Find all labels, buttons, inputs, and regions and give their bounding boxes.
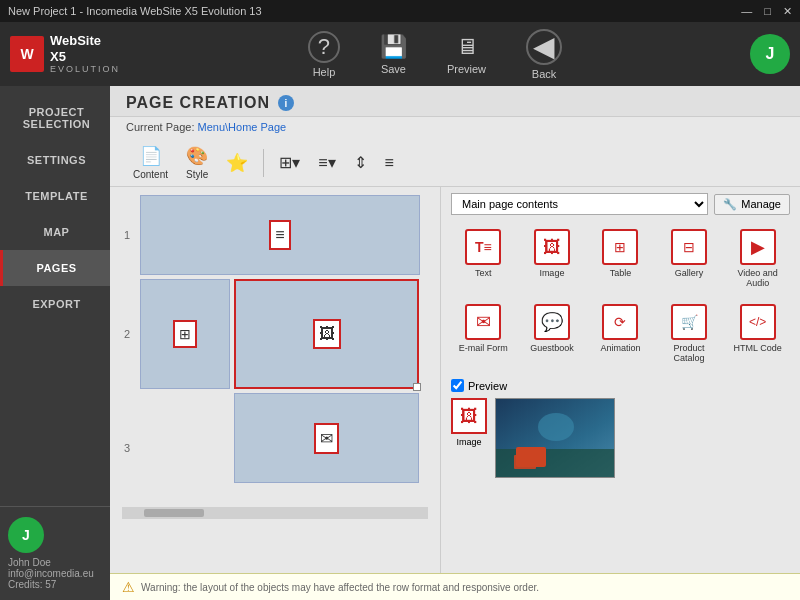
logo-text: WebSite X5 EVOLUTION (50, 33, 120, 75)
preview-button[interactable]: 🖥 Preview (437, 30, 496, 79)
content-tab[interactable]: 📄 Content (126, 141, 175, 184)
layout-btn[interactable]: ⊞▾ (272, 149, 307, 176)
style-tab[interactable]: 🎨 Style (179, 141, 215, 184)
info-icon[interactable]: i (278, 95, 294, 111)
canvas-row-3: 3 ✉ (122, 393, 428, 503)
canvas-cell-r3c1[interactable]: ✉ (234, 393, 419, 483)
preview-checkbox-area: Preview (451, 379, 790, 392)
back-button[interactable]: ◀ Back (516, 25, 572, 84)
manage-button[interactable]: 🔧 Manage (714, 194, 790, 215)
style-label: Style (186, 169, 208, 180)
help-icon: ? (308, 31, 340, 63)
resize-handle[interactable] (413, 383, 421, 391)
extra-btn[interactable]: ≡ (378, 150, 401, 176)
sidebar-item-settings[interactable]: SETTINGS (0, 142, 110, 178)
sidebar-bottom: J John Doe info@incomedia.eu Credits: 57 (0, 506, 110, 600)
sidebar-item-template[interactable]: TEMPLATE (0, 178, 110, 214)
gallery-label: Gallery (675, 268, 704, 278)
image-label: Image (539, 268, 564, 278)
cell-icon-r1c1: ≡ (269, 220, 290, 250)
sidebar-item-project-selection[interactable]: PROJECT SELECTION (0, 94, 110, 142)
avatar: J (8, 517, 44, 553)
object-guestbook[interactable]: 💬 Guestbook (520, 298, 585, 369)
object-email-form[interactable]: ✉ E-mail Form (451, 298, 516, 369)
header: W WebSite X5 EVOLUTION ? Help 💾 Save 🖥 P… (0, 22, 800, 86)
objects-header: Main page contents Header Footer 🔧 Manag… (451, 193, 790, 215)
object-html-code[interactable]: </> HTML Code (725, 298, 790, 369)
email-icon: ✉ (465, 304, 501, 340)
video-label: Video and Audio (728, 268, 787, 288)
save-icon: 💾 (380, 34, 407, 60)
user-avatar[interactable]: J (750, 34, 790, 74)
warning-icon: ⚠ (122, 579, 135, 595)
html-label: HTML Code (734, 343, 782, 353)
current-page-path[interactable]: Menu\Home Page (198, 121, 287, 133)
guestbook-label: Guestbook (530, 343, 574, 353)
canvas-cell-r1c1[interactable]: ≡ (140, 195, 420, 275)
scroll-thumb[interactable] (144, 509, 204, 517)
minimize-btn[interactable]: — (741, 5, 752, 18)
style-icon: 🎨 (186, 145, 208, 167)
sidebar-item-pages[interactable]: PAGES (0, 250, 110, 286)
object-image[interactable]: 🖼 Image (520, 223, 585, 294)
titlebar: New Project 1 - Incomedia WebSite X5 Evo… (0, 0, 800, 22)
text-icon: T≡ (465, 229, 501, 265)
objects-panel: Main page contents Header Footer 🔧 Manag… (440, 187, 800, 573)
user-name: John Doe (8, 557, 102, 568)
svg-rect-1 (496, 449, 615, 478)
close-btn[interactable]: ✕ (783, 5, 792, 18)
preview-label: Preview (447, 63, 486, 75)
gallery-icon: ⊟ (671, 229, 707, 265)
current-page-label: Current Page: (126, 121, 194, 133)
titlebar-controls[interactable]: — □ ✕ (741, 5, 792, 18)
canvas-row-1: 1 ≡ (122, 195, 428, 275)
horizontal-scrollbar[interactable] (122, 507, 428, 519)
row-label-3: 3 (124, 442, 130, 454)
help-label: Help (313, 66, 336, 78)
product-catalog-label: Product Catalog (660, 343, 719, 363)
svg-rect-4 (518, 451, 532, 456)
canvas-cell-r2c2[interactable]: 🖼 (234, 279, 419, 389)
preview-img-icon: 🖼 (451, 398, 487, 434)
help-button[interactable]: ? Help (298, 27, 350, 82)
email-label: E-mail Form (459, 343, 508, 353)
responsive-btn[interactable]: ≡▾ (311, 149, 342, 176)
canvas-cell-r3-empty (140, 393, 230, 503)
logo-icon: W (10, 36, 44, 72)
object-product-catalog[interactable]: 🛒 Product Catalog (657, 298, 722, 369)
object-gallery[interactable]: ⊟ Gallery (657, 223, 722, 294)
back-label: Back (532, 68, 556, 80)
preview-img-label: Image (456, 437, 481, 447)
canvas-area: 1 ≡ 2 ⊞ 🖼 (110, 187, 440, 573)
logo-sub: EVOLUTION (50, 64, 120, 75)
page-header: PAGE CREATION i (110, 86, 800, 117)
preview-checkbox-input[interactable] (451, 379, 464, 392)
objects-dropdown[interactable]: Main page contents Header Footer (451, 193, 708, 215)
cell-icon-r2c2: 🖼 (313, 319, 341, 349)
header-nav: ? Help 💾 Save 🖥 Preview ◀ Back (120, 25, 750, 84)
maximize-btn[interactable]: □ (764, 5, 771, 18)
object-text[interactable]: T≡ Text (451, 223, 516, 294)
save-button[interactable]: 💾 Save (370, 30, 417, 79)
anchor-btn[interactable]: ⭐ (219, 148, 255, 178)
objects-grid: T≡ Text 🖼 Image ⊞ Table ⊟ (451, 223, 790, 369)
manage-icon: 🔧 (723, 198, 737, 211)
canvas-cell-r2c1[interactable]: ⊞ (140, 279, 230, 389)
html-icon: </> (740, 304, 776, 340)
svg-rect-3 (514, 455, 536, 469)
object-table[interactable]: ⊞ Table (588, 223, 653, 294)
star-icon: ⭐ (226, 152, 248, 174)
save-label: Save (381, 63, 406, 75)
logo-name: WebSite X5 (50, 33, 120, 64)
object-animation[interactable]: ⟳ Animation (588, 298, 653, 369)
animation-label: Animation (600, 343, 640, 353)
preview-thumb-obj: 🖼 Image (451, 398, 487, 447)
spacing-btn[interactable]: ⇕ (347, 149, 374, 176)
row-label-1: 1 (124, 229, 130, 241)
toolbar: 📄 Content 🎨 Style ⭐ ⊞▾ ≡▾ ⇕ ≡ (110, 137, 800, 187)
sidebar-item-map[interactable]: MAP (0, 214, 110, 250)
object-video-audio[interactable]: ▶ Video and Audio (725, 223, 790, 294)
sidebar-item-export[interactable]: EXPORT (0, 286, 110, 322)
cell-icon-r2c1: ⊞ (173, 320, 197, 348)
preview-section: Preview 🖼 Image (451, 379, 790, 478)
